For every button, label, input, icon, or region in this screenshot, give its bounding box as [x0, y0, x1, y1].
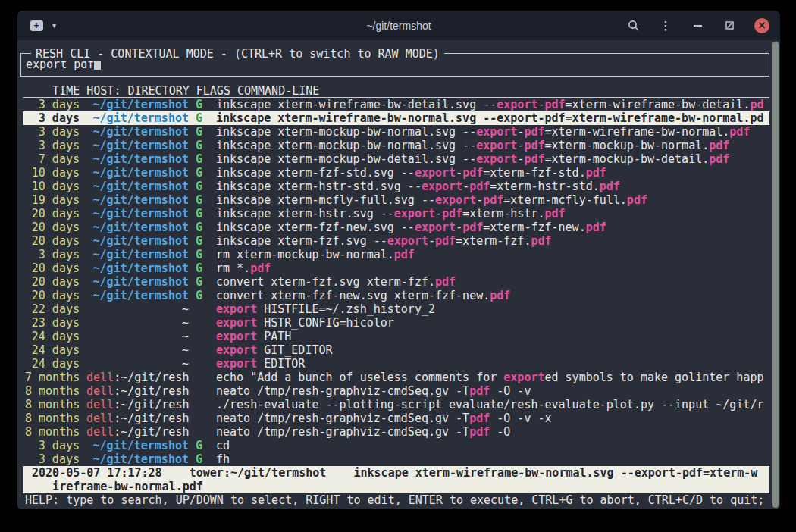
directory-path: ~/git/termshot	[93, 439, 189, 452]
history-row-selected[interactable]: 3 days~/git/termshotGinkscape xterm-wire…	[23, 111, 769, 125]
time-cell: 3 days	[25, 111, 80, 125]
command-text: echo "Add a bunch of useless comments fo…	[216, 371, 503, 384]
git-flag	[196, 384, 202, 398]
directory-path: :~/git/resh	[114, 425, 189, 439]
command-text: =xterm-hstr.	[462, 207, 544, 221]
command-match-text: pdf	[394, 248, 415, 261]
host-name: dell	[86, 384, 114, 398]
history-row[interactable]: 3 days~/git/termshotGinkscape xterm-mock…	[23, 125, 769, 139]
history-row[interactable]: 20 days~/git/termshotGinkscape xterm-hst…	[23, 207, 769, 221]
time-cell: 3 days	[25, 139, 80, 152]
history-row[interactable]: 3 days~/git/termshotGinkscape xterm-mock…	[23, 139, 769, 152]
time-cell: 20 days	[25, 275, 80, 289]
history-row[interactable]: 20 days~/git/termshotGrm *.pdf	[23, 261, 769, 275]
command-match-text: export	[497, 111, 537, 125]
history-row[interactable]: 24 days~export GIT_EDITOR	[23, 343, 769, 357]
history-row[interactable]: 20 days~/git/termshotGinkscape xterm-fzf…	[23, 221, 769, 234]
restore-icon[interactable]	[722, 19, 736, 33]
command-match-text: pdf	[483, 193, 503, 207]
command-match-text: export	[476, 152, 517, 166]
search-icon[interactable]	[627, 19, 641, 33]
directory-cell: ~	[86, 302, 189, 316]
command-match-text: export	[216, 357, 257, 371]
search-box[interactable]: RESH CLI - CONTEXTUAL MODE - (CTRL+R to …	[20, 53, 769, 77]
history-row[interactable]: 3 days~/git/termshotGfh	[23, 452, 769, 466]
command-match-text: export	[497, 98, 537, 111]
history-row[interactable]: 20 days~/git/termshotGconvert xterm-fzf-…	[23, 289, 769, 302]
new-tab-icon: +	[30, 20, 43, 31]
command-match-text: export	[394, 207, 435, 221]
command-match-text: export	[216, 316, 257, 330]
directory-cell: dell:~/git/resh	[86, 398, 189, 412]
directory-cell: ~/git/termshot	[86, 452, 189, 466]
command-cell: convert xterm-fzf-new.svg xterm-fzf-new.…	[216, 289, 769, 302]
new-tab-button[interactable]: +	[28, 19, 45, 33]
host-name: dell	[86, 398, 114, 412]
history-row[interactable]: 22 days~export HISTFILE=~/.zsh_history_2	[23, 302, 769, 316]
scrollbar[interactable]	[772, 42, 779, 508]
command-cell: neato /tmp/resh-graphviz-cmdSeq.gv -Tpdf…	[216, 384, 769, 398]
directory-cell: ~/git/termshot	[86, 248, 189, 261]
history-row[interactable]: 7 days~/git/termshotGinkscape xterm-mock…	[23, 152, 769, 166]
history-row[interactable]: 20 days~/git/termshotGinkscape xterm-fzf…	[23, 234, 769, 248]
command-cell: inkscape xterm-hstr.svg --export-pdf=xte…	[216, 207, 769, 221]
history-row[interactable]: 10 days~/git/termshotGinkscape xterm-fzf…	[23, 166, 769, 180]
history-row[interactable]: 7 monthsdell:~/git/reshecho "Add a bunch…	[23, 371, 769, 384]
history-row[interactable]: 8 monthsdell:~/git/reshneato /tmp/resh-g…	[23, 412, 769, 425]
history-row[interactable]: 3 days~/git/termshotGrm xterm-mockup-bw-…	[23, 248, 769, 261]
command-match-text: pdf	[586, 166, 606, 180]
history-row[interactable]: 20 days~/git/termshotGconvert xterm-fzf.…	[23, 275, 769, 289]
command-cell: ./resh-evaluate --plotting-script evalua…	[216, 398, 769, 412]
command-match-text: pdf	[462, 166, 483, 180]
history-row[interactable]: 8 monthsdell:~/git/reshneato /tmp/resh-g…	[23, 425, 769, 439]
command-match-text: pdf	[709, 152, 729, 166]
command-match-text: export	[435, 193, 476, 207]
history-row[interactable]: 24 days~export EDITOR	[23, 357, 769, 371]
host-name: dell	[86, 371, 114, 384]
history-row[interactable]: 10 days~/git/termshotGinkscape xterm-hst…	[23, 180, 769, 193]
history-row[interactable]: 3 days~/git/termshotGinkscape xterm-wire…	[23, 98, 769, 111]
directory-path: ~/git/termshot	[93, 166, 189, 180]
history-row[interactable]: 8 monthsdell:~/git/reshneato /tmp/resh-g…	[23, 384, 769, 398]
command-text: convert xterm-fzf-new.svg xterm-fzf-new.	[216, 289, 490, 302]
help-bar: HELP: type to search, UP/DOWN to select,…	[23, 493, 769, 507]
time-cell: 20 days	[25, 234, 80, 248]
history-row[interactable]: 24 days~export PATH	[23, 330, 769, 343]
command-cell: fh	[216, 452, 769, 466]
directory-cell: ~	[86, 357, 189, 371]
command-text: rm *.	[216, 261, 250, 275]
time-cell: 3 days	[25, 125, 80, 139]
command-cell: rm xterm-mockup-bw-normal.pdf	[216, 248, 769, 261]
git-flag	[196, 343, 202, 357]
directory-path: :~/git/resh	[114, 412, 189, 425]
time-cell: 8 months	[25, 425, 80, 439]
command-text: inkscape xterm-fzf-new.svg --	[216, 221, 415, 234]
history-row[interactable]: 8 monthsdell:~/git/resh./resh-evaluate -…	[23, 398, 769, 412]
time-cell: 7 months	[25, 371, 80, 384]
menu-icon[interactable]: ⋮	[659, 19, 672, 33]
time-cell: 3 days	[25, 248, 80, 261]
minimize-icon[interactable]	[691, 19, 704, 33]
history-row[interactable]: 19 days~/git/termshotGinkscape xterm-mcf…	[23, 193, 769, 207]
git-flag	[196, 330, 202, 343]
git-flag: G	[196, 275, 202, 289]
close-button[interactable]: ✕	[754, 18, 769, 33]
time-cell: 19 days	[25, 193, 80, 207]
command-text: GIT_EDITOR	[257, 343, 332, 357]
git-flag: G	[196, 111, 202, 125]
history-row[interactable]: 3 days~/git/termshotGcd	[23, 439, 769, 452]
command-match-text: pdf	[250, 261, 271, 275]
command-match-text: pdf	[524, 125, 544, 139]
git-flag	[196, 316, 202, 330]
directory-cell: dell:~/git/resh	[86, 412, 189, 425]
tab-dropdown-icon[interactable]: ▾	[52, 21, 56, 30]
command-text: inkscape xterm-wireframe-bw-normal.svg -…	[216, 111, 497, 125]
command-text: -	[476, 193, 483, 207]
time-cell: 24 days	[25, 357, 80, 371]
directory-path: ~/git/termshot	[93, 452, 189, 466]
desktop-background: + ▾ ~/git/termshot ⋮	[0, 0, 796, 532]
directory-path: ~/git/termshot	[93, 139, 189, 152]
command-match-text: export	[503, 371, 544, 384]
command-match-text: export	[415, 166, 456, 180]
history-row[interactable]: 23 days~export HSTR_CONFIG=hicolor	[23, 316, 769, 330]
